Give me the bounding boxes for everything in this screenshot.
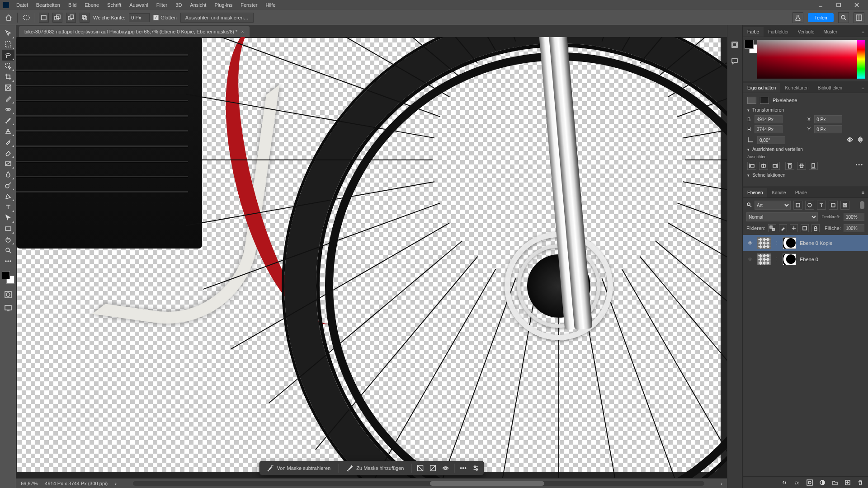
- view-mask-icon[interactable]: [441, 464, 449, 472]
- window-maximize-button[interactable]: [830, 0, 847, 10]
- horizontal-scrollbar[interactable]: [133, 481, 705, 486]
- color-fgbg-swatch[interactable]: [743, 37, 757, 81]
- move-tool[interactable]: [2, 28, 14, 39]
- align-vcenter-icon[interactable]: [797, 162, 806, 170]
- filter-pixel-icon[interactable]: [793, 201, 802, 210]
- beaker-icon[interactable]: [793, 12, 803, 23]
- edit-toolbar[interactable]: [2, 256, 14, 267]
- path-select-tool[interactable]: [2, 212, 14, 223]
- layer-name[interactable]: Ebene 0 Kopie: [800, 240, 832, 246]
- group-layers-icon[interactable]: [831, 479, 839, 487]
- panel-menu-icon[interactable]: ≡: [858, 188, 868, 197]
- filter-type-icon[interactable]: [817, 201, 826, 210]
- layer-name[interactable]: Ebene 0: [800, 257, 818, 262]
- select-and-mask-button[interactable]: Auswählen und maskieren…: [180, 13, 254, 23]
- menu-filter[interactable]: Filter: [153, 1, 171, 9]
- lock-artboard-icon[interactable]: [801, 224, 809, 232]
- x-input[interactable]: [814, 115, 842, 123]
- menu-fenster[interactable]: Fenster: [237, 1, 261, 9]
- align-more-icon[interactable]: •••: [855, 162, 863, 170]
- hue-slider[interactable]: [857, 40, 865, 79]
- workspace-switch-icon[interactable]: [854, 12, 864, 23]
- lock-pixels-icon[interactable]: [779, 224, 787, 232]
- fill-input[interactable]: [844, 224, 864, 232]
- delete-layer-icon[interactable]: [856, 479, 864, 487]
- selection-add-icon[interactable]: [52, 13, 62, 23]
- mask-thumbnail[interactable]: [783, 253, 796, 265]
- tab-muster[interactable]: Muster: [819, 27, 842, 37]
- blur-tool[interactable]: [2, 169, 14, 180]
- lock-transparency-icon[interactable]: [768, 224, 776, 232]
- filter-smart-icon[interactable]: [840, 201, 849, 210]
- clone-stamp-tool[interactable]: [2, 126, 14, 136]
- menu-hilfe[interactable]: Hilfe: [262, 1, 279, 9]
- history-panel-icon[interactable]: [730, 40, 740, 50]
- layer-thumbnail[interactable]: [757, 253, 771, 265]
- tab-eigenschaften[interactable]: Eigenschaften: [743, 83, 780, 93]
- layer-row[interactable]: 👁 ⋮ Ebene 0 Kopie: [743, 235, 868, 251]
- rect-marquee-tool[interactable]: [2, 39, 14, 50]
- window-close-button[interactable]: [848, 0, 865, 10]
- healing-brush-tool[interactable]: [2, 104, 14, 115]
- pen-tool[interactable]: [2, 191, 14, 202]
- filter-shape-icon[interactable]: [829, 201, 838, 210]
- tab-farbe[interactable]: Farbe: [743, 27, 764, 37]
- menu-plugins[interactable]: Plug-ins: [211, 1, 236, 9]
- share-button[interactable]: Teilen: [808, 13, 834, 22]
- comments-panel-icon[interactable]: [730, 56, 740, 66]
- menu-datei[interactable]: Datei: [13, 1, 32, 9]
- zoom-readout[interactable]: 66,67%: [21, 481, 38, 486]
- align-bottom-icon[interactable]: [809, 162, 818, 170]
- tab-korrekturen[interactable]: Korrekturen: [780, 83, 813, 93]
- screen-mode-button[interactable]: [2, 303, 14, 314]
- gradient-tool[interactable]: [2, 158, 14, 169]
- crop-tool[interactable]: [2, 71, 14, 82]
- tab-farbfelder[interactable]: Farbfelder: [764, 27, 793, 37]
- search-icon[interactable]: [838, 12, 849, 23]
- tab-bibliotheken[interactable]: Bibliotheken: [813, 83, 847, 93]
- visibility-toggle-icon[interactable]: 👁: [746, 240, 754, 246]
- panel-menu-icon[interactable]: ≡: [858, 27, 868, 37]
- object-select-tool[interactable]: [2, 61, 14, 71]
- width-input[interactable]: [755, 115, 783, 123]
- align-left-icon[interactable]: [747, 162, 756, 170]
- more-options-icon[interactable]: [459, 464, 467, 472]
- history-brush-tool[interactable]: [2, 136, 14, 147]
- antialias-checkbox[interactable]: Glätten: [153, 15, 176, 20]
- eyedropper-tool[interactable]: [2, 93, 14, 104]
- lock-position-icon[interactable]: [790, 224, 798, 232]
- link-layers-icon[interactable]: [780, 479, 788, 487]
- frame-tool[interactable]: [2, 82, 14, 93]
- menu-schrift[interactable]: Schrift: [104, 1, 125, 9]
- close-icon[interactable]: ×: [241, 29, 244, 34]
- hand-tool[interactable]: [2, 234, 14, 245]
- subtract-from-mask-button[interactable]: Von Maske subtrahieren: [264, 464, 334, 472]
- align-right-icon[interactable]: [771, 162, 780, 170]
- color-swatches[interactable]: [2, 271, 14, 284]
- tab-pfade[interactable]: Pfade: [791, 188, 811, 197]
- new-layer-icon[interactable]: [844, 479, 852, 487]
- filter-toggle[interactable]: [860, 201, 864, 209]
- adjustment-layer-icon[interactable]: [818, 479, 826, 487]
- menu-auswahl[interactable]: Auswahl: [126, 1, 152, 9]
- align-top-icon[interactable]: [785, 162, 794, 170]
- menu-bearbeiten[interactable]: Bearbeiten: [33, 1, 64, 9]
- rectangle-tool[interactable]: [2, 223, 14, 234]
- menu-bild[interactable]: Bild: [65, 1, 80, 9]
- flip-vertical-icon[interactable]: [857, 136, 863, 144]
- height-input[interactable]: [755, 125, 783, 133]
- tab-ebenen[interactable]: Ebenen: [743, 188, 767, 197]
- add-to-mask-button[interactable]: Zu Maske hinzufügen: [343, 464, 406, 472]
- layer-thumbnail[interactable]: [757, 237, 771, 249]
- menu-ansicht[interactable]: Ansicht: [186, 1, 210, 9]
- panel-menu-icon[interactable]: ≡: [858, 83, 868, 93]
- lock-all-icon[interactable]: [811, 224, 820, 232]
- feather-input[interactable]: [129, 13, 150, 22]
- chevron-right-icon[interactable]: ›: [115, 481, 117, 486]
- chevron-right-icon[interactable]: ›: [721, 481, 722, 486]
- foreground-color-swatch[interactable]: [2, 271, 10, 279]
- layer-fx-icon[interactable]: fx: [793, 479, 801, 487]
- flip-horizontal-icon[interactable]: [846, 136, 854, 144]
- window-minimize-button[interactable]: [812, 0, 829, 10]
- canvas[interactable]: [17, 38, 721, 472]
